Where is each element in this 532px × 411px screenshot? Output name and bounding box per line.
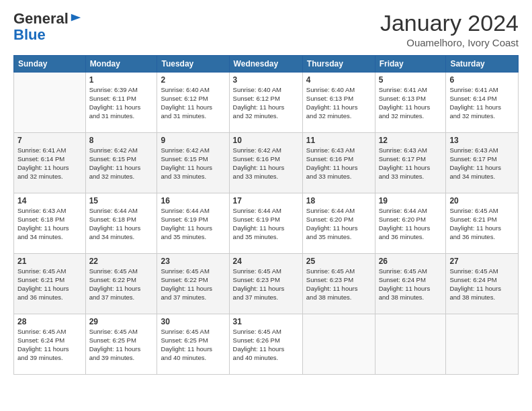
day-detail: Sunrise: 6:45 AM Sunset: 6:24 PM Dayligh… — [17, 328, 82, 362]
table-row: 31Sunrise: 6:45 AM Sunset: 6:26 PM Dayli… — [229, 314, 302, 375]
day-number: 15 — [89, 196, 154, 205]
day-detail: Sunrise: 6:42 AM Sunset: 6:15 PM Dayligh… — [161, 146, 225, 181]
calendar-week-row: 1Sunrise: 6:39 AM Sunset: 6:11 PM Daylig… — [14, 73, 519, 133]
table-row: 28Sunrise: 6:45 AM Sunset: 6:24 PM Dayli… — [14, 314, 86, 375]
calendar-week-row: 14Sunrise: 6:43 AM Sunset: 6:18 PM Dayli… — [14, 193, 519, 254]
day-number: 1 — [89, 75, 154, 85]
day-detail: Sunrise: 6:39 AM Sunset: 6:11 PM Dayligh… — [89, 86, 154, 120]
table-row: 6Sunrise: 6:41 AM Sunset: 6:14 PM Daylig… — [446, 73, 519, 133]
day-number: 29 — [89, 317, 154, 326]
table-row: 20Sunrise: 6:45 AM Sunset: 6:21 PM Dayli… — [446, 193, 519, 254]
table-row: 30Sunrise: 6:45 AM Sunset: 6:25 PM Dayli… — [157, 314, 229, 375]
logo-blue-text: Blue — [13, 27, 82, 43]
day-detail: Sunrise: 6:43 AM Sunset: 6:16 PM Dayligh… — [306, 146, 371, 181]
day-number: 22 — [89, 257, 154, 266]
calendar-week-row: 28Sunrise: 6:45 AM Sunset: 6:24 PM Dayli… — [14, 314, 519, 375]
day-number: 16 — [161, 196, 225, 205]
day-detail: Sunrise: 6:40 AM Sunset: 6:12 PM Dayligh… — [233, 86, 299, 120]
table-row: 27Sunrise: 6:45 AM Sunset: 6:24 PM Dayli… — [446, 254, 519, 314]
calendar-table: Sunday Monday Tuesday Wednesday Thursday… — [13, 55, 519, 375]
day-number: 20 — [449, 196, 515, 205]
day-number: 30 — [161, 317, 225, 326]
day-detail: Sunrise: 6:44 AM Sunset: 6:20 PM Dayligh… — [306, 207, 371, 241]
logo: General Blue — [13, 11, 82, 43]
table-row — [446, 314, 519, 375]
table-row: 13Sunrise: 6:43 AM Sunset: 6:17 PM Dayli… — [446, 133, 519, 193]
table-row: 16Sunrise: 6:44 AM Sunset: 6:19 PM Dayli… — [157, 193, 229, 254]
day-detail: Sunrise: 6:41 AM Sunset: 6:13 PM Dayligh… — [379, 86, 443, 120]
day-detail: Sunrise: 6:44 AM Sunset: 6:19 PM Dayligh… — [233, 207, 299, 241]
header: General Blue January 2024 Ouamelhoro, Iv… — [13, 11, 519, 48]
col-thursday: Thursday — [302, 56, 375, 73]
day-detail: Sunrise: 6:40 AM Sunset: 6:12 PM Dayligh… — [161, 86, 225, 120]
day-number: 3 — [233, 75, 299, 85]
table-row: 8Sunrise: 6:42 AM Sunset: 6:15 PM Daylig… — [85, 133, 157, 193]
day-detail: Sunrise: 6:43 AM Sunset: 6:17 PM Dayligh… — [449, 146, 515, 181]
day-number: 10 — [233, 136, 299, 145]
day-detail: Sunrise: 6:45 AM Sunset: 6:21 PM Dayligh… — [449, 207, 515, 241]
day-detail: Sunrise: 6:45 AM Sunset: 6:26 PM Dayligh… — [233, 328, 299, 362]
day-number: 8 — [89, 136, 154, 145]
day-detail: Sunrise: 6:45 AM Sunset: 6:22 PM Dayligh… — [161, 267, 225, 302]
table-row: 3Sunrise: 6:40 AM Sunset: 6:12 PM Daylig… — [229, 73, 302, 133]
day-detail: Sunrise: 6:41 AM Sunset: 6:14 PM Dayligh… — [449, 86, 515, 120]
day-detail: Sunrise: 6:45 AM Sunset: 6:24 PM Dayligh… — [449, 267, 515, 302]
table-row: 23Sunrise: 6:45 AM Sunset: 6:22 PM Dayli… — [157, 254, 229, 314]
day-number: 13 — [449, 136, 515, 145]
day-number: 24 — [233, 257, 299, 266]
calendar-week-row: 21Sunrise: 6:45 AM Sunset: 6:21 PM Dayli… — [14, 254, 519, 314]
day-detail: Sunrise: 6:45 AM Sunset: 6:25 PM Dayligh… — [89, 328, 154, 362]
logo-general-text: General — [13, 11, 69, 27]
day-number: 11 — [306, 136, 371, 145]
day-number: 17 — [233, 196, 299, 205]
day-number: 5 — [379, 75, 443, 85]
table-row: 17Sunrise: 6:44 AM Sunset: 6:19 PM Dayli… — [229, 193, 302, 254]
col-wednesday: Wednesday — [229, 56, 302, 73]
svg-marker-0 — [71, 14, 81, 21]
table-row — [375, 314, 446, 375]
day-detail: Sunrise: 6:45 AM Sunset: 6:21 PM Dayligh… — [17, 267, 82, 302]
day-detail: Sunrise: 6:41 AM Sunset: 6:14 PM Dayligh… — [17, 146, 82, 181]
day-number: 14 — [17, 196, 82, 205]
calendar-week-row: 7Sunrise: 6:41 AM Sunset: 6:14 PM Daylig… — [14, 133, 519, 193]
day-detail: Sunrise: 6:42 AM Sunset: 6:16 PM Dayligh… — [233, 146, 299, 181]
day-number: 6 — [449, 75, 515, 85]
table-row: 12Sunrise: 6:43 AM Sunset: 6:17 PM Dayli… — [375, 133, 446, 193]
day-detail: Sunrise: 6:44 AM Sunset: 6:19 PM Dayligh… — [161, 207, 225, 241]
day-number: 27 — [449, 257, 515, 266]
table-row: 29Sunrise: 6:45 AM Sunset: 6:25 PM Dayli… — [85, 314, 157, 375]
day-number: 23 — [161, 257, 225, 266]
day-detail: Sunrise: 6:45 AM Sunset: 6:25 PM Dayligh… — [161, 328, 225, 362]
table-row: 5Sunrise: 6:41 AM Sunset: 6:13 PM Daylig… — [375, 73, 446, 133]
table-row: 11Sunrise: 6:43 AM Sunset: 6:16 PM Dayli… — [302, 133, 375, 193]
table-row: 26Sunrise: 6:45 AM Sunset: 6:24 PM Dayli… — [375, 254, 446, 314]
page: General Blue January 2024 Ouamelhoro, Iv… — [0, 0, 532, 411]
table-row: 1Sunrise: 6:39 AM Sunset: 6:11 PM Daylig… — [85, 73, 157, 133]
day-number: 25 — [306, 257, 371, 266]
location: Ouamelhoro, Ivory Coast — [380, 37, 519, 48]
day-detail: Sunrise: 6:45 AM Sunset: 6:23 PM Dayligh… — [233, 267, 299, 302]
table-row: 9Sunrise: 6:42 AM Sunset: 6:15 PM Daylig… — [157, 133, 229, 193]
day-number: 2 — [161, 75, 225, 85]
day-number: 28 — [17, 317, 82, 326]
col-saturday: Saturday — [446, 56, 519, 73]
table-row: 24Sunrise: 6:45 AM Sunset: 6:23 PM Dayli… — [229, 254, 302, 314]
col-monday: Monday — [85, 56, 157, 73]
day-number: 18 — [306, 196, 371, 205]
table-row: 10Sunrise: 6:42 AM Sunset: 6:16 PM Dayli… — [229, 133, 302, 193]
day-number: 9 — [161, 136, 225, 145]
day-number: 26 — [379, 257, 443, 266]
table-row: 19Sunrise: 6:44 AM Sunset: 6:20 PM Dayli… — [375, 193, 446, 254]
table-row: 15Sunrise: 6:44 AM Sunset: 6:18 PM Dayli… — [85, 193, 157, 254]
table-row: 7Sunrise: 6:41 AM Sunset: 6:14 PM Daylig… — [14, 133, 86, 193]
day-detail: Sunrise: 6:43 AM Sunset: 6:17 PM Dayligh… — [379, 146, 443, 181]
month-title: January 2024 — [380, 11, 519, 36]
day-detail: Sunrise: 6:44 AM Sunset: 6:20 PM Dayligh… — [379, 207, 443, 241]
col-tuesday: Tuesday — [157, 56, 229, 73]
table-row: 18Sunrise: 6:44 AM Sunset: 6:20 PM Dayli… — [302, 193, 375, 254]
logo-flag-icon — [70, 13, 82, 25]
day-number: 7 — [17, 136, 82, 145]
calendar-header-row: Sunday Monday Tuesday Wednesday Thursday… — [14, 56, 519, 73]
table-row — [14, 73, 86, 133]
col-friday: Friday — [375, 56, 446, 73]
